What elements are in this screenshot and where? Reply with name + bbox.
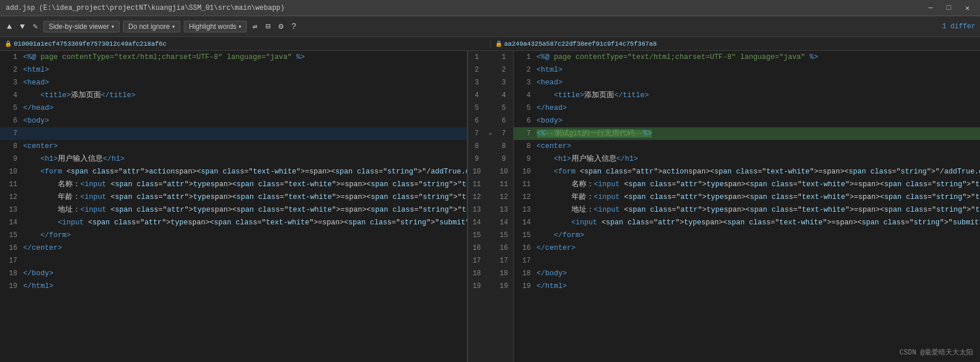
center-line: 1414 xyxy=(468,216,513,229)
center-line-num-right: 2 xyxy=(495,66,513,74)
table-row: 13 地址：<input <span class="attr">typespan… xyxy=(514,204,981,216)
center-line: 1111 xyxy=(468,178,513,191)
chevron-down-icon: ▾ xyxy=(112,24,114,29)
line-code: <body> xyxy=(21,114,467,127)
center-line-num-right: 4 xyxy=(495,91,513,99)
line-code: <html> xyxy=(534,64,981,76)
line-number: 2 xyxy=(0,64,21,76)
line-number: 17 xyxy=(0,254,21,267)
center-line-num-right: 16 xyxy=(495,244,513,252)
table-row: 6<body> xyxy=(514,114,981,127)
line-code: <head> xyxy=(534,76,981,89)
diff-count: 1 differ xyxy=(942,23,975,31)
center-divider: 1122334455667◈78899101011111212131314141… xyxy=(467,51,514,362)
chevron-down-icon: ▾ xyxy=(172,24,175,29)
center-line-num-right: 7 xyxy=(495,130,513,138)
window-controls[interactable]: — □ ✕ xyxy=(924,2,974,14)
center-line-num-right: 12 xyxy=(495,193,513,201)
center-line-num-left: 9 xyxy=(468,155,486,163)
center-line-num-left: 19 xyxy=(468,282,486,290)
line-number: 11 xyxy=(514,178,534,191)
diff-container: 1<%@ page contentType="text/html;charset… xyxy=(0,51,980,362)
chevron-down-icon: ▾ xyxy=(239,24,242,29)
line-code: <html> xyxy=(21,64,467,76)
line-code: <form <span class="attr">actionspan><spa… xyxy=(534,165,981,178)
center-line-num-left: 16 xyxy=(468,244,486,252)
line-number: 1 xyxy=(0,51,21,64)
center-line: 1717 xyxy=(468,254,513,267)
table-row: 18</body> xyxy=(0,267,467,280)
line-number: 3 xyxy=(514,76,534,89)
table-row: 9 <h1>用户输入信息</h1> xyxy=(0,153,467,165)
center-line-num-left: 10 xyxy=(468,168,486,176)
line-code: <%@ page contentType="text/html;charset=… xyxy=(21,51,467,64)
table-row: 15 </form> xyxy=(514,229,981,242)
line-code: <center> xyxy=(21,140,467,153)
align-icon[interactable]: ⇌ xyxy=(250,20,259,32)
table-row: 2<html> xyxy=(514,64,981,76)
table-row: 17 xyxy=(514,254,981,267)
line-code: <h1>用户输入信息</h1> xyxy=(534,153,981,165)
table-row: 4 <title>添加页面</title> xyxy=(514,89,981,102)
viewer-dropdown[interactable]: Side-by-side viewer ▾ xyxy=(43,21,120,32)
center-line: 1515 xyxy=(468,229,513,242)
line-code: <body> xyxy=(534,114,981,127)
center-line-num-left: 17 xyxy=(468,257,486,265)
table-row: 13 地址：<input <span class="attr">typespan… xyxy=(0,204,467,216)
minimize-button[interactable]: — xyxy=(924,2,938,13)
center-line-num-right: 17 xyxy=(495,257,513,265)
line-code: </center> xyxy=(534,242,981,254)
table-row: 12 年龄：<input <span class="attr">typespan… xyxy=(0,191,467,204)
line-code: 年龄：<input <span class="attr">typespan><s… xyxy=(21,191,467,204)
left-pane: 1<%@ page contentType="text/html;charset… xyxy=(0,51,467,362)
line-code: </form> xyxy=(21,229,467,242)
center-line-num-right: 11 xyxy=(495,180,513,189)
toolbar: ▲ ▼ ✎ Side-by-side viewer ▾ Do not ignor… xyxy=(0,16,980,37)
right-hash: 🔒 aa249a4325a587c22df38eef91c9f14c75f367… xyxy=(491,40,981,47)
settings-icon[interactable]: ⚙ xyxy=(276,20,285,32)
center-line-num-left: 5 xyxy=(468,104,486,112)
line-code xyxy=(21,254,467,267)
line-code: <%--测试git的一行无用代码--%> xyxy=(534,127,981,140)
center-line-num-left: 12 xyxy=(468,193,486,201)
table-row: 3<head> xyxy=(0,76,467,89)
title-bar: add.jsp (E:\idea_project\projectNT\kuang… xyxy=(0,0,980,16)
line-code: <title>添加页面</title> xyxy=(534,89,981,102)
line-number: 15 xyxy=(514,229,534,242)
line-number: 2 xyxy=(514,64,534,76)
line-code xyxy=(534,254,981,267)
ignore-dropdown[interactable]: Do not ignore ▾ xyxy=(123,21,180,32)
nav-next-button[interactable]: ▼ xyxy=(17,21,27,32)
line-code: 年龄：<input <span class="attr">typespan><s… xyxy=(534,191,981,204)
center-line-num-right: 6 xyxy=(495,117,513,125)
table-row: 12 年龄：<input <span class="attr">typespan… xyxy=(514,191,981,204)
center-line: 7◈7 xyxy=(468,127,513,140)
line-number: 1 xyxy=(514,51,534,64)
table-row: 19</html> xyxy=(514,280,981,293)
line-number: 12 xyxy=(514,191,534,204)
collapse-icon[interactable]: ⊟ xyxy=(263,20,273,32)
help-icon[interactable]: ? xyxy=(289,21,298,32)
line-number: 18 xyxy=(0,267,21,280)
center-line-num-right: 3 xyxy=(495,79,513,87)
nav-prev-button[interactable]: ▲ xyxy=(5,21,14,32)
center-line: 66 xyxy=(468,114,513,127)
table-row: 10 <form <span class="attr">actionspan><… xyxy=(514,165,981,178)
viewer-label: Side-by-side viewer xyxy=(49,23,109,31)
line-number: 14 xyxy=(0,216,21,229)
line-number: 13 xyxy=(514,204,534,216)
line-code xyxy=(21,127,467,140)
line-code: <input <span class="attr">typespan><span… xyxy=(21,216,467,229)
lock-icon: 🔒 xyxy=(495,40,502,47)
table-row: 9 <h1>用户输入信息</h1> xyxy=(514,153,981,165)
center-line: 1616 xyxy=(468,242,513,254)
center-line: 1919 xyxy=(468,280,513,293)
maximize-button[interactable]: □ xyxy=(942,2,956,13)
edit-icon[interactable]: ✎ xyxy=(31,20,40,32)
close-button[interactable]: ✕ xyxy=(960,2,974,14)
line-code: <head> xyxy=(21,76,467,89)
table-row: 8<center> xyxy=(514,140,981,153)
highlight-dropdown[interactable]: Highlight words ▾ xyxy=(184,21,247,32)
diff-indicator: ◈ xyxy=(486,130,495,137)
center-line: 88 xyxy=(468,140,513,153)
